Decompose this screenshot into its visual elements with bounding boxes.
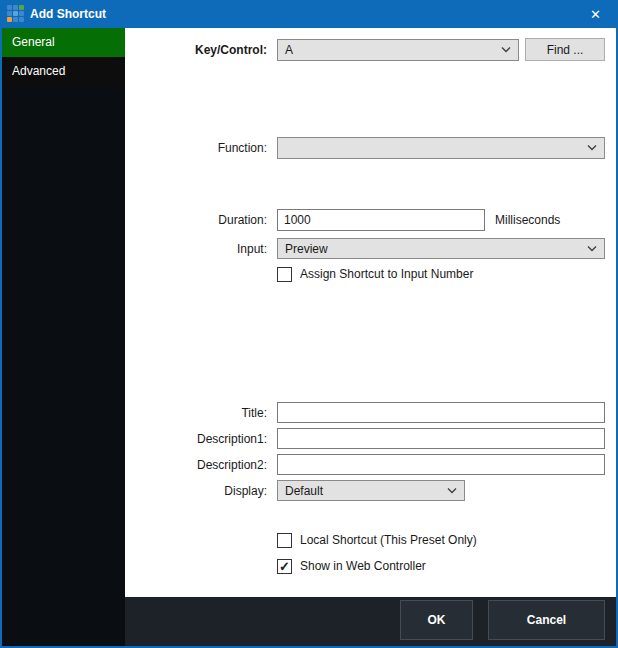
milliseconds-label: Milliseconds <box>495 209 560 231</box>
chevron-down-icon <box>587 145 597 151</box>
function-dropdown[interactable] <box>277 137 605 159</box>
add-shortcut-dialog: Add Shortcut ✕ General Advanced Key/Cont… <box>0 0 618 648</box>
local-shortcut-checkbox[interactable] <box>277 533 292 548</box>
title-bar[interactable]: Add Shortcut ✕ <box>0 0 618 28</box>
input-value: Preview <box>285 242 328 256</box>
chevron-down-icon <box>447 488 457 494</box>
chevron-down-icon <box>501 47 511 53</box>
title-input[interactable] <box>277 402 605 423</box>
app-logo-icon <box>7 5 24 22</box>
display-dropdown[interactable]: Default <box>277 480 465 501</box>
description2-input[interactable] <box>277 454 605 475</box>
display-value: Default <box>285 484 323 498</box>
description1-label: Description1: <box>125 428 267 450</box>
description1-input[interactable] <box>277 428 605 449</box>
sidebar-item-advanced[interactable]: Advanced <box>2 57 125 86</box>
assign-shortcut-label: Assign Shortcut to Input Number <box>300 267 473 281</box>
web-controller-checkbox[interactable] <box>277 559 292 574</box>
web-controller-label: Show in Web Controller <box>300 559 426 573</box>
window-title: Add Shortcut <box>30 0 106 28</box>
find-button[interactable]: Find ... <box>525 38 605 61</box>
web-controller-checkbox-row[interactable]: Show in Web Controller <box>277 558 426 574</box>
display-label: Display: <box>125 480 267 502</box>
key-control-label: Key/Control: <box>125 39 267 61</box>
close-button[interactable]: ✕ <box>573 0 618 28</box>
title-label: Title: <box>125 402 267 424</box>
sidebar-item-general[interactable]: General <box>2 28 125 57</box>
local-shortcut-checkbox-row[interactable]: Local Shortcut (This Preset Only) <box>277 532 477 548</box>
assign-shortcut-checkbox-row[interactable]: Assign Shortcut to Input Number <box>277 266 473 282</box>
close-icon: ✕ <box>590 7 601 22</box>
ok-button[interactable]: OK <box>400 600 473 640</box>
input-dropdown[interactable]: Preview <box>277 238 605 259</box>
key-control-value: A <box>285 43 293 57</box>
local-shortcut-label: Local Shortcut (This Preset Only) <box>300 533 477 547</box>
function-label: Function: <box>125 137 267 159</box>
key-control-dropdown[interactable]: A <box>277 39 519 61</box>
assign-shortcut-checkbox[interactable] <box>277 267 292 282</box>
input-label: Input: <box>125 238 267 260</box>
chevron-down-icon <box>587 246 597 252</box>
cancel-button[interactable]: Cancel <box>488 600 605 640</box>
footer-bar: OK Cancel <box>125 597 616 646</box>
duration-input[interactable] <box>277 209 485 231</box>
sidebar: General Advanced <box>2 28 125 646</box>
description2-label: Description2: <box>125 454 267 476</box>
duration-label: Duration: <box>125 209 267 231</box>
form-panel: Key/Control: A Find ... Function: Durati… <box>125 28 616 597</box>
